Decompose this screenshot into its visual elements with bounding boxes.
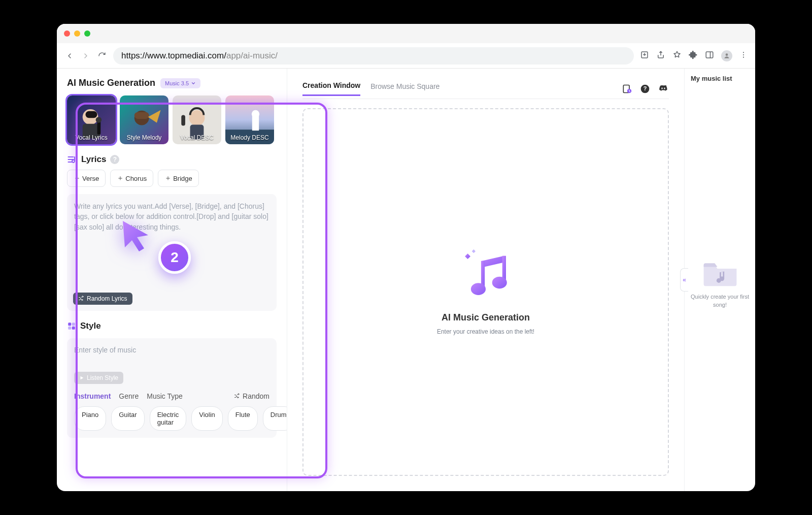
svg-point-11 <box>96 117 102 123</box>
svg-text:?: ? <box>644 85 647 91</box>
mode-melody-desc[interactable]: Melody DESC <box>225 95 274 144</box>
history-icon[interactable] <box>621 83 632 94</box>
right-panel-hint: Quickly create your first song! <box>689 293 751 309</box>
shuffle-icon <box>78 296 84 302</box>
extension-icon[interactable] <box>689 50 698 61</box>
mode-style-melody[interactable]: Style Melody <box>120 95 168 144</box>
play-icon <box>79 375 84 380</box>
chevron-down-icon <box>191 81 196 86</box>
svg-rect-10 <box>97 121 101 135</box>
chip-piano[interactable]: Piano <box>74 406 106 431</box>
chip-electric-guitar[interactable]: Electric guitar <box>150 406 187 431</box>
mode-vocal-desc[interactable]: Vocal DESC <box>173 95 221 144</box>
version-pill[interactable]: Music 3.5 <box>160 78 200 88</box>
style-tab-music-type[interactable]: Music Type <box>147 392 183 400</box>
svg-point-34 <box>492 276 507 288</box>
style-tab-instrument[interactable]: Instrument <box>74 392 111 400</box>
chip-flute[interactable]: Flute <box>228 406 258 431</box>
listen-style-button[interactable]: Listen Style <box>74 372 123 384</box>
lyrics-placeholder: Write any lyrics you want.Add [Verse], [… <box>74 201 269 232</box>
plus-icon: ＋ <box>117 174 124 183</box>
window-titlebar <box>57 24 755 43</box>
svg-rect-23 <box>68 323 71 326</box>
lyrics-title: Lyrics <box>81 154 106 165</box>
sidebar-title: AI Music Generation <box>67 78 155 88</box>
sidepanel-icon[interactable] <box>705 50 714 61</box>
url-base: https://www.topmediai.com/ <box>121 51 226 61</box>
mode-label: Vocal Lyrics <box>67 134 116 141</box>
plus-icon: ＋ <box>74 174 81 183</box>
right-panel-title: My music list <box>689 75 751 82</box>
svg-point-33 <box>471 283 486 295</box>
svg-rect-14 <box>134 112 149 119</box>
style-icon <box>67 321 76 331</box>
discord-icon[interactable] <box>658 83 669 94</box>
toolbar-actions <box>640 50 748 61</box>
add-chorus-button[interactable]: ＋Chorus <box>110 170 153 187</box>
style-input[interactable] <box>74 346 269 354</box>
star-icon[interactable] <box>672 50 682 61</box>
plus-icon: ＋ <box>164 174 172 183</box>
lyrics-icon <box>67 154 77 165</box>
lyrics-textarea[interactable]: Write any lyrics you want.Add [Verse], [… <box>67 194 277 311</box>
style-tab-genre[interactable]: Genre <box>119 392 139 400</box>
dropzone-title: AI Music Generation <box>442 312 530 323</box>
right-panel: My music list Quickly create your first … <box>684 69 755 491</box>
style-title: Style <box>80 321 101 331</box>
help-icon[interactable]: ? <box>639 83 651 94</box>
share-icon[interactable] <box>656 50 665 61</box>
avatar-icon[interactable] <box>721 50 732 61</box>
svg-point-2 <box>726 53 728 56</box>
chip-guitar[interactable]: Guitar <box>111 406 144 431</box>
svg-rect-26 <box>72 327 75 330</box>
tab-browse-square[interactable]: Browse Music Square <box>370 82 439 95</box>
svg-point-4 <box>743 54 744 55</box>
back-button[interactable] <box>64 51 75 61</box>
svg-rect-25 <box>68 327 71 330</box>
creation-dropzone: AI Music Generation Enter your creative … <box>302 108 669 476</box>
kebab-icon[interactable] <box>739 51 748 61</box>
install-icon[interactable] <box>640 50 649 61</box>
mode-label: Melody DESC <box>225 134 274 141</box>
music-note-icon <box>458 249 514 300</box>
svg-point-22 <box>252 110 259 118</box>
svg-rect-24 <box>72 323 75 326</box>
svg-rect-18 <box>181 115 185 125</box>
random-style-button[interactable]: Random <box>234 392 269 400</box>
dropzone-subtitle: Enter your creative ideas on the left! <box>437 328 534 335</box>
forward-button[interactable] <box>81 51 91 61</box>
mode-vocal-lyrics[interactable]: Vocal Lyrics <box>67 95 116 144</box>
left-sidebar: AI Music Generation Music 3.5 Vocal Lyri… <box>57 69 287 491</box>
help-icon[interactable]: ? <box>110 155 119 164</box>
svg-rect-8 <box>85 111 97 118</box>
chip-violin[interactable]: Violin <box>191 406 223 431</box>
mode-label: Vocal DESC <box>173 134 221 141</box>
collapse-handle[interactable]: « <box>680 268 688 292</box>
add-verse-button[interactable]: ＋Verse <box>67 170 106 187</box>
address-bar[interactable]: https://www.topmediai.com/app/ai-music/ <box>113 47 634 65</box>
svg-point-5 <box>743 56 744 57</box>
svg-point-3 <box>743 52 744 53</box>
tab-creation-window[interactable]: Creation Window <box>302 81 360 96</box>
mode-label: Style Melody <box>120 134 168 141</box>
window-maximize-icon[interactable] <box>84 30 90 37</box>
url-path: app/ai-music/ <box>226 51 278 61</box>
chip-drum[interactable]: Drum <box>263 406 287 431</box>
browser-toolbar: https://www.topmediai.com/app/ai-music/ <box>57 43 755 69</box>
add-bridge-button[interactable]: ＋Bridge <box>158 170 199 187</box>
window-close-icon[interactable] <box>64 30 70 37</box>
random-lyrics-button[interactable]: Random Lyrics <box>73 293 132 305</box>
reload-button[interactable] <box>97 51 107 61</box>
shuffle-icon <box>234 393 240 399</box>
svg-rect-1 <box>706 52 713 58</box>
window-minimize-icon[interactable] <box>74 30 80 37</box>
folder-icon <box>702 259 738 288</box>
